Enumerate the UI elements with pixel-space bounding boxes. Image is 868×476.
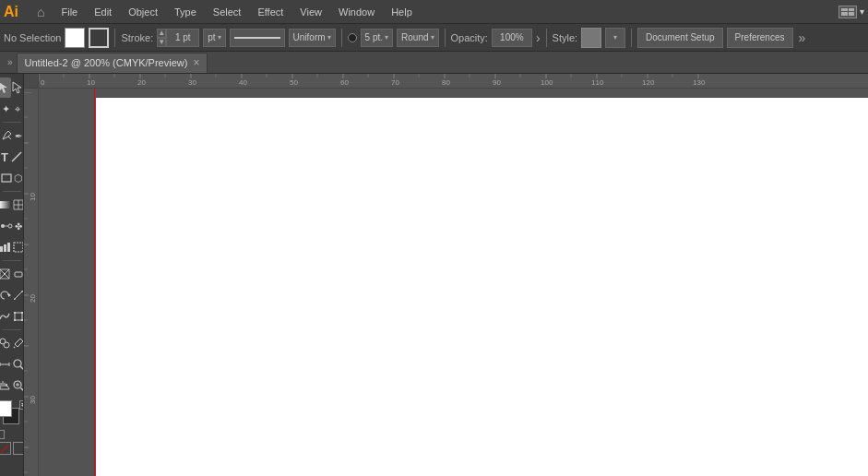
paint-bucket-tool[interactable]: ⬡ xyxy=(14,168,23,188)
shape-builder-tool[interactable] xyxy=(0,333,11,353)
control-bar-more[interactable]: » xyxy=(799,30,806,45)
measure-tool[interactable] xyxy=(0,354,11,375)
stroke-unit-chevron: ▾ xyxy=(218,33,221,42)
menu-effect[interactable]: Effect xyxy=(250,5,291,19)
selection-label: No Selection xyxy=(4,32,61,43)
add-anchor-tool[interactable]: ✒ xyxy=(14,125,23,146)
rotate-tool[interactable] xyxy=(0,285,11,305)
svg-marker-15 xyxy=(8,293,11,297)
svg-text:120: 120 xyxy=(642,78,655,87)
svg-point-7 xyxy=(8,224,12,228)
blend-tool[interactable] xyxy=(0,216,13,236)
main-area: 0 10 20 30 40 50 60 70 xyxy=(24,74,868,476)
stroke-color[interactable] xyxy=(89,28,109,48)
menu-select[interactable]: Select xyxy=(206,5,249,19)
tool-row-14 xyxy=(0,375,23,396)
opacity-label: Opacity: xyxy=(451,32,488,43)
rectangle-tool[interactable] xyxy=(0,168,13,188)
canvas-area: 0 10 20 30 40 50 60 70 xyxy=(24,89,868,476)
stroke-label: Stroke: xyxy=(121,32,153,43)
ruler-h-svg: 0 10 20 30 40 50 60 70 xyxy=(39,74,868,89)
tool-row-7: ✤ xyxy=(0,216,23,236)
document-tab[interactable]: Untitled-2 @ 200% (CMYK/Preview) × xyxy=(17,53,208,73)
zoom-in-tool[interactable] xyxy=(12,375,24,396)
gradient-tool[interactable] xyxy=(0,195,11,215)
workspace-arrow: ▾ xyxy=(860,6,864,17)
line-tool[interactable] xyxy=(10,147,23,167)
fill-color[interactable] xyxy=(65,28,85,48)
menu-object[interactable]: Object xyxy=(121,5,165,19)
tool-row-9 xyxy=(0,264,23,284)
menu-file[interactable]: File xyxy=(54,5,85,19)
stroke-up[interactable]: ▲ xyxy=(157,29,166,38)
menu-view[interactable]: View xyxy=(292,5,329,19)
canvas-content xyxy=(39,89,868,476)
eraser-tool[interactable] xyxy=(12,264,24,284)
stroke-down[interactable]: ▼ xyxy=(157,38,166,47)
brush-dot xyxy=(348,33,357,42)
hand-tool[interactable] xyxy=(0,375,11,396)
scale-tool[interactable] xyxy=(12,285,24,305)
canvas-scroll[interactable] xyxy=(39,89,868,476)
menu-window[interactable]: Window xyxy=(331,5,382,19)
svg-rect-23 xyxy=(21,319,23,321)
menu-help[interactable]: Help xyxy=(384,5,420,19)
style-box[interactable] xyxy=(581,28,601,48)
document-setup-button[interactable]: Document Setup xyxy=(637,28,723,48)
style-dropdown[interactable]: ▾ xyxy=(605,28,625,48)
svg-rect-5 xyxy=(0,201,10,208)
stroke-unit-dropdown[interactable]: pt ▾ xyxy=(203,29,225,47)
tools-panel: ✦ ⌖ ✒ T ⬡ xyxy=(0,74,24,476)
brush-shape-dropdown[interactable]: Round ▾ xyxy=(397,29,438,47)
svg-rect-22 xyxy=(14,319,16,321)
workspace-switcher[interactable]: ▾ xyxy=(838,6,864,18)
artboard-tool[interactable] xyxy=(12,237,24,257)
brush-size-chevron: ▾ xyxy=(385,33,388,42)
pen-tool[interactable] xyxy=(0,125,13,146)
home-icon[interactable]: ⌂ xyxy=(37,5,44,19)
svg-text:110: 110 xyxy=(591,78,604,87)
opacity-arrow[interactable]: › xyxy=(536,30,541,45)
type-tool[interactable]: T xyxy=(0,147,9,167)
mesh-tool[interactable] xyxy=(12,195,24,215)
column-graph-tool[interactable] xyxy=(0,237,11,257)
stroke-profile-dropdown[interactable]: Uniform ▾ xyxy=(289,29,336,47)
vertical-ruler: 0 10 20 30 40 50 60 70 xyxy=(24,89,39,476)
lasso-tool[interactable]: ⌖ xyxy=(12,99,23,119)
preferences-button[interactable]: Preferences xyxy=(727,28,793,48)
svg-text:100: 100 xyxy=(541,78,553,87)
stroke-weight-unit[interactable]: pt ▾ xyxy=(203,29,225,47)
magic-wand-tool[interactable]: ✦ xyxy=(0,99,11,119)
stroke-value[interactable]: 1 pt xyxy=(166,29,199,47)
stroke-profile-chevron: ▾ xyxy=(327,33,331,42)
svg-point-25 xyxy=(4,342,9,348)
menu-edit[interactable]: Edit xyxy=(87,5,119,19)
brush-size-dropdown[interactable]: 5 pt. ▾ xyxy=(361,29,393,47)
tab-close-button[interactable]: × xyxy=(193,57,199,68)
stroke-stepper: ▲ ▼ 1 pt xyxy=(157,29,199,47)
direct-selection-tool[interactable] xyxy=(12,77,24,98)
zoom-tool[interactable] xyxy=(12,354,24,375)
warp-tool[interactable] xyxy=(0,306,11,327)
stroke-preview[interactable] xyxy=(230,29,285,47)
opacity-value[interactable]: 100% xyxy=(492,29,532,47)
tab-bar: » Untitled-2 @ 200% (CMYK/Preview) × xyxy=(0,52,868,74)
svg-rect-9 xyxy=(0,246,3,252)
menu-type[interactable]: Type xyxy=(167,5,204,19)
selection-tool[interactable] xyxy=(0,77,11,98)
eyedropper-tool[interactable] xyxy=(12,333,24,353)
none-icon[interactable] xyxy=(0,442,11,455)
svg-text:130: 130 xyxy=(693,78,706,87)
tool-row-12 xyxy=(0,333,23,353)
screen-mode-icon[interactable] xyxy=(13,442,25,455)
stroke-stepper-arrows[interactable]: ▲ ▼ xyxy=(157,29,166,47)
symbol-sprayer-tool[interactable]: ✤ xyxy=(14,216,23,236)
foreground-color-swatch[interactable] xyxy=(0,400,12,417)
color-swatches-area: ⇄ xyxy=(0,400,24,439)
slice-tool[interactable] xyxy=(0,264,11,284)
reset-colors-icon[interactable] xyxy=(0,430,5,439)
panel-toggle[interactable]: » xyxy=(4,55,17,69)
sep5 xyxy=(631,29,632,47)
free-transform-tool[interactable] xyxy=(12,306,24,327)
white-canvas xyxy=(96,98,868,476)
